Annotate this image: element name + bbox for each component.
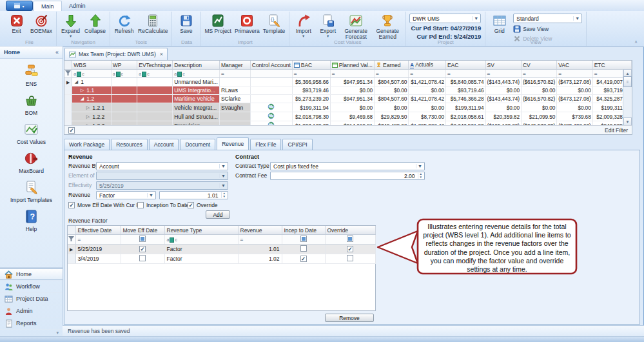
grid-cell-wp[interactable]	[111, 103, 137, 112]
checkbox-override[interactable]: Override	[188, 201, 218, 209]
spinner-icon[interactable]: ▲▼	[221, 192, 227, 198]
vertical-scrollbar[interactable]: ▲ ≡ ▼	[623, 69, 632, 126]
generate-earned-button[interactable]: Generate Earned	[372, 13, 403, 40]
column-header-earned[interactable]: Earned	[374, 61, 408, 70]
column-header-description[interactable]: Description	[173, 61, 220, 70]
filter-cell[interactable]: ac	[137, 70, 173, 78]
save-view-button[interactable]: Save View	[513, 25, 582, 33]
grid-cell-value[interactable]: $5,746,366.28	[445, 95, 485, 103]
grid-cell-evtechnique[interactable]	[137, 86, 173, 95]
import-cost-button[interactable]: Import ▾	[291, 13, 315, 38]
grid-cell-evtechnique[interactable]	[137, 112, 173, 121]
rf-cell-incep-to-date[interactable]	[282, 245, 325, 254]
grid-cell-manager[interactable]	[219, 112, 250, 121]
filter-cell[interactable]: =	[485, 70, 521, 78]
rf-column-header-override[interactable]: Override	[325, 226, 375, 235]
filter-cell[interactable]: ac	[72, 70, 111, 78]
grid-cell-value[interactable]: $5,273,239.20	[292, 95, 330, 103]
nav-item-project-data[interactable]: Project Data	[0, 293, 63, 305]
column-header-etc[interactable]: ETC	[592, 61, 631, 70]
grid-cell-value[interactable]: $804,507.60	[374, 95, 408, 103]
grid-cell-value[interactable]: $0.00	[409, 103, 446, 112]
grid-cell-value[interactable]: $199,311.94	[445, 103, 485, 112]
generate-forecast-button[interactable]: Generate Forecast	[340, 13, 371, 40]
rf-column-header-revenue[interactable]: Revenue	[238, 226, 282, 235]
filter-cell[interactable]: =	[219, 70, 250, 78]
nav-item-admin[interactable]: Admin	[0, 305, 63, 317]
effectivity-select[interactable]: 5/25/2019 ▼	[96, 181, 228, 190]
tab-revenue[interactable]: Revenue	[217, 137, 249, 150]
grid-cell-description[interactable]: Vehicle Integrat...	[173, 103, 220, 112]
sidebar-item-ens[interactable]: ENS	[0, 64, 63, 87]
grid-cell-evtechnique[interactable]	[137, 95, 173, 103]
rf-cell-revenue[interactable]: 1.02	[238, 254, 282, 264]
rf-column-header-incep-to-date[interactable]: Incep to Date	[282, 226, 325, 235]
rf-cell-revenue[interactable]: 1.01	[238, 245, 282, 254]
grid-cell-control-account[interactable]	[250, 112, 292, 121]
expanded-icon[interactable]: ◢	[73, 79, 79, 85]
ribbon-tab-admin[interactable]: Admin	[62, 1, 93, 11]
add-button[interactable]: Add	[206, 210, 230, 219]
recalculate-button[interactable]: ReCalculate	[137, 13, 169, 34]
rf-cell-revenue-type[interactable]: Factor	[164, 245, 238, 254]
rf-cell-effective-date[interactable]: 3/4/2019	[75, 254, 121, 264]
collapse-pane-icon[interactable]: «	[55, 49, 59, 55]
grid-cell-manager[interactable]: RLaws	[219, 86, 250, 95]
column-header-cv[interactable]: CV	[521, 61, 556, 70]
sidebar-item-import-templates[interactable]: Import Templates	[0, 180, 63, 203]
template-button[interactable]: {} Template	[262, 13, 287, 34]
filter-cell[interactable]: ac	[111, 70, 137, 78]
save-button[interactable]: Save	[174, 13, 198, 34]
nav-item-home[interactable]: Home	[0, 268, 63, 281]
grid-cell-value[interactable]: $0.00	[330, 86, 374, 95]
checkbox-icon[interactable]	[137, 202, 144, 208]
grid-cell-description[interactable]: UMS Integratio...	[173, 86, 220, 95]
column-header-evtechnique[interactable]: EVTechnique	[137, 61, 173, 70]
grid-cell-description[interactable]: Hull and Structu...	[173, 112, 220, 121]
grid-cell-wbs[interactable]: ▷1.1	[72, 86, 111, 95]
contract-fee-input[interactable]: 2.00 ▲▼	[270, 172, 425, 180]
ribbon-tab-main[interactable]: Main	[34, 1, 62, 12]
tab-work-package[interactable]: Work Package	[64, 139, 110, 150]
grid-cell-wp[interactable]	[111, 95, 137, 103]
grid-cell-wbs[interactable]: ◢1.2	[72, 95, 111, 103]
grid-cell-value[interactable]: ($616,570.82)	[521, 95, 556, 103]
expand-button[interactable]: Expand ▾	[59, 13, 83, 38]
checkbox-icon[interactable]	[68, 202, 75, 208]
revenue-by-select[interactable]: Account ▼	[96, 162, 228, 170]
grid-cell-value[interactable]: ($473,127.08)	[557, 78, 592, 86]
sidebar-options-bar[interactable]: ▾	[0, 330, 63, 336]
boemax-button[interactable]: BOEMax	[29, 13, 54, 34]
grid-button[interactable]: Grid	[487, 13, 511, 34]
nav-item-workflow[interactable]: Workflow	[0, 281, 63, 293]
tab-cpi-spi[interactable]: CPI/SPI	[282, 139, 312, 150]
grid-cell-value[interactable]: $1,421,078.42	[409, 78, 446, 86]
collapse-button[interactable]: Collapse	[83, 13, 107, 34]
column-header-bac[interactable]: BAC	[292, 61, 330, 70]
column-header-sv[interactable]: SV	[485, 61, 521, 70]
tab-resources[interactable]: Resources	[111, 139, 148, 150]
filter-cell[interactable]: =	[521, 70, 556, 78]
grid-cell-value[interactable]: $0.00	[374, 86, 408, 95]
grid-cell-value[interactable]: $199,311.94	[292, 103, 330, 112]
filter-cell[interactable]: =	[292, 70, 330, 78]
grid-cell-value[interactable]: $93,719.46	[292, 86, 330, 95]
checkbox[interactable]	[139, 246, 146, 252]
spinner-icon[interactable]: ▲▼	[418, 173, 424, 179]
filter-cell[interactable]: =	[557, 70, 592, 78]
checkbox-inception-to-date[interactable]: Inception To Date	[137, 201, 189, 209]
remove-button[interactable]: Remove	[325, 314, 374, 322]
column-header-eac[interactable]: EAC	[445, 61, 485, 70]
document-tab[interactable]: Max Team (Project: DWR UMS) ×	[64, 48, 168, 60]
rf-cell-effective-date[interactable]: 5/25/2019	[75, 245, 121, 254]
rf-cell-incep-to-date[interactable]	[282, 254, 325, 264]
grid-cell-value[interactable]: $0.00	[374, 103, 408, 112]
revenue-type-select[interactable]: Factor ▼	[96, 191, 156, 199]
filter-enabled-checkbox[interactable]	[68, 127, 75, 134]
grid-cell-value[interactable]: $2,018,798.30	[292, 112, 330, 121]
view-selector[interactable]: Standard ▼	[513, 14, 582, 23]
collapsed-icon[interactable]: ▷	[85, 114, 90, 119]
rf-cell-move-eff-date[interactable]	[121, 254, 164, 264]
filter-icon-cell[interactable]	[68, 235, 75, 245]
grid-cell-value[interactable]: $0.00	[521, 86, 556, 95]
